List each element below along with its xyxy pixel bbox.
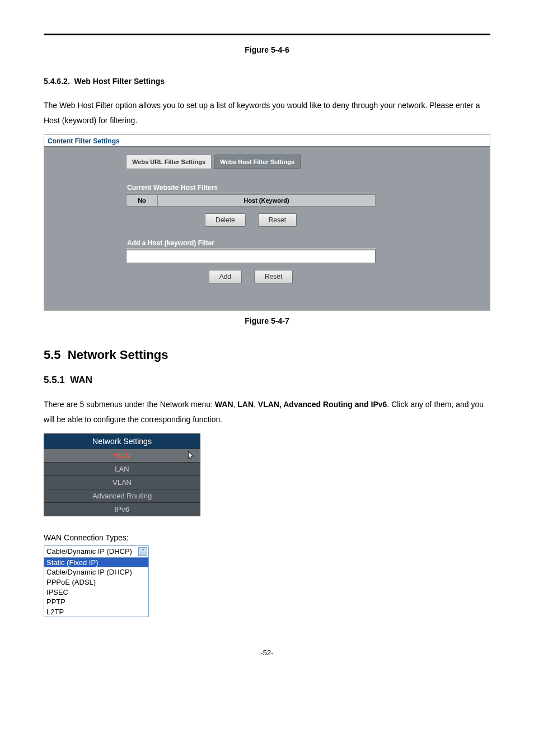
host-filter-table-header: No Host (Keyword) <box>126 194 376 207</box>
wan-connection-dropdown[interactable]: Cable/Dynamic IP (DHCP) ˅ Static (Fixed … <box>44 545 149 617</box>
heading-55-title: Network Settings <box>68 348 168 362</box>
reset-button-1[interactable]: Reset <box>258 213 297 227</box>
heading-551: 5.5.1 WAN <box>44 375 490 386</box>
chevron-down-icon[interactable]: ˅ <box>138 547 147 556</box>
menu-item-lan[interactable]: LAN <box>44 462 200 475</box>
para-551-pre: There are 5 submenus under the Network m… <box>44 400 215 409</box>
content-filter-label: Content Filter Settings <box>44 135 490 147</box>
wan-connection-types-label: WAN Connection Types: <box>44 533 490 542</box>
table-col-no: No <box>127 195 158 206</box>
cursor-icon <box>185 450 195 461</box>
network-settings-menu-screenshot: Network Settings WAN LAN VLAN Advanced R… <box>44 433 200 516</box>
menu-item-wan[interactable]: WAN <box>44 449 200 462</box>
dropdown-option-pppoe[interactable]: PPPoE (ADSL) <box>44 577 148 587</box>
dropdown-option-pptp[interactable]: PPTP <box>44 597 148 607</box>
host-keyword-input[interactable] <box>126 250 376 263</box>
heading-5462-title: Web Host Filter Settings <box>74 77 165 86</box>
menu-item-wan-label: WAN <box>114 451 130 460</box>
dropdown-option-static[interactable]: Static (Fixed IP) <box>44 558 148 568</box>
menu-item-advanced-routing[interactable]: Advanced Routing <box>44 489 200 502</box>
menu-item-ipv6[interactable]: IPv6 <box>44 502 200 516</box>
bold-lan: LAN <box>237 400 254 409</box>
content-filter-screenshot: Content Filter Settings Webs URL Filter … <box>44 134 490 311</box>
tab-url-filter[interactable]: Webs URL Filter Settings <box>126 155 212 169</box>
heading-5462: 5.4.6.2. Web Host Filter Settings <box>44 77 490 86</box>
table-col-host: Host (Keyword) <box>158 195 375 206</box>
dropdown-option-ipsec[interactable]: IPSEC <box>44 587 148 598</box>
heading-55-num: 5.5 <box>44 348 61 362</box>
add-button[interactable]: Add <box>209 270 242 283</box>
paragraph-5462: The Web Host Filter option allows you to… <box>44 98 490 128</box>
heading-55: 5.5 Network Settings <box>44 348 490 362</box>
menu-item-vlan[interactable]: VLAN <box>44 475 200 489</box>
heading-551-title: WAN <box>70 375 92 385</box>
figure-caption-mid: Figure 5-4-7 <box>44 316 490 325</box>
bold-wan: WAN <box>215 400 233 409</box>
dropdown-option-l2tp[interactable]: L2TP <box>44 607 148 617</box>
paragraph-551: There are 5 submenus under the Network m… <box>44 397 490 427</box>
delete-button[interactable]: Delete <box>205 213 246 227</box>
bold-vlan-etc: VLAN, Advanced Routing and IPv6 <box>258 400 387 409</box>
current-host-filters-title: Current Website Host Filters <box>126 184 376 193</box>
heading-551-num: 5.5.1 <box>44 375 65 385</box>
network-settings-header: Network Settings <box>44 434 200 449</box>
heading-5462-num: 5.4.6.2. <box>44 77 70 86</box>
reset-button-2[interactable]: Reset <box>254 270 293 283</box>
dropdown-option-dhcp[interactable]: Cable/Dynamic IP (DHCP) <box>44 567 148 577</box>
tab-host-filter[interactable]: Webs Host Filter Settings <box>214 155 301 169</box>
page-number: -52- <box>44 648 490 657</box>
add-host-filter-title: Add a Host (keyword) Filter <box>126 239 376 249</box>
figure-caption-top: Figure 5-4-6 <box>44 45 490 54</box>
dropdown-selected: Cable/Dynamic IP (DHCP) <box>46 547 132 557</box>
